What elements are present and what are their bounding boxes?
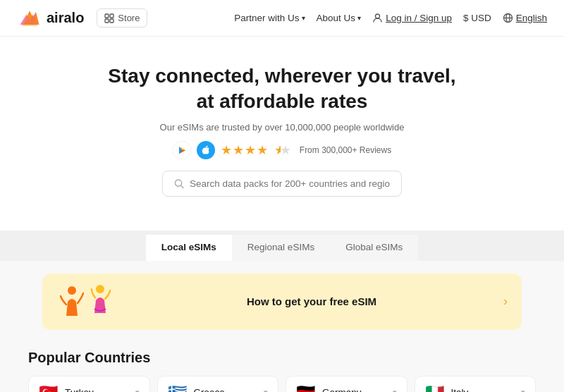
country-name: Germany xyxy=(322,387,362,392)
google-play-icon xyxy=(173,141,191,159)
countries-grid: 🇹🇷 Turkey ▾ 🇬🇷 Greece ▾ 🇩🇪 Germany ▾ 🇮🇹 … xyxy=(28,376,536,392)
promo-text: How to get your free eSIM xyxy=(120,295,503,307)
country-name: Turkey xyxy=(65,387,94,392)
country-card[interactable]: 🇹🇷 Turkey ▾ xyxy=(28,376,150,392)
empty-star-icon: ★ xyxy=(280,142,291,158)
logo-icon xyxy=(17,6,42,31)
star-rating: ★★★★ xyxy=(221,142,269,158)
chevron-down-icon: ▾ xyxy=(393,388,397,392)
store-icon xyxy=(104,13,114,23)
svg-rect-2 xyxy=(105,19,109,23)
country-left: 🇮🇹 Italy xyxy=(425,385,469,392)
tabs-wrapper: Local eSIMs Regional eSIMs Global eSIMs xyxy=(0,231,564,261)
chevron-down-icon: ▾ xyxy=(135,388,140,392)
svg-point-15 xyxy=(68,286,76,295)
about-label: About Us xyxy=(317,13,356,23)
svg-point-4 xyxy=(376,14,380,18)
nav-right: Partner with Us ▾ About Us ▾ Log in / Si… xyxy=(234,13,547,23)
navbar: airalo Store Partner with Us ▾ About Us … xyxy=(0,0,564,37)
language-label: English xyxy=(516,13,547,23)
login-button[interactable]: Log in / Sign up xyxy=(372,13,452,23)
currency-button[interactable]: $ USD xyxy=(463,13,491,23)
search-container xyxy=(14,171,550,197)
user-icon xyxy=(372,13,383,23)
hero-headline: Stay connected, wherever you travel, at … xyxy=(14,63,550,115)
promo-people-svg xyxy=(56,282,120,321)
svg-rect-3 xyxy=(110,19,114,23)
tab-global-esims[interactable]: Global eSIMs xyxy=(330,235,418,261)
search-box[interactable] xyxy=(162,171,402,197)
app-badges: ★★★★ ★ ★ From 300,000+ Reviews xyxy=(14,141,550,159)
svg-rect-1 xyxy=(110,14,114,18)
promo-section: How to get your free eSIM › xyxy=(0,261,564,337)
popular-countries-section: Popular Countries 🇹🇷 Turkey ▾ 🇬🇷 Greece … xyxy=(0,337,564,392)
tab-local-esims[interactable]: Local eSIMs xyxy=(146,235,232,261)
store-button[interactable]: Store xyxy=(97,8,147,27)
language-button[interactable]: English xyxy=(503,13,547,23)
login-label: Log in / Sign up xyxy=(386,13,452,23)
promo-banner[interactable]: How to get your free eSIM › xyxy=(42,274,522,330)
country-left: 🇹🇷 Turkey xyxy=(39,385,94,392)
about-link[interactable]: About Us ▾ xyxy=(317,13,362,23)
country-card[interactable]: 🇬🇷 Greece ▾ xyxy=(157,376,279,392)
logo[interactable]: airalo xyxy=(17,6,84,31)
svg-line-14 xyxy=(181,185,183,188)
svg-rect-0 xyxy=(105,14,109,18)
search-icon xyxy=(174,178,184,189)
chevron-down-icon: ▾ xyxy=(302,14,305,22)
partner-label: Partner with Us xyxy=(234,13,299,23)
tab-regional-esims[interactable]: Regional eSIMs xyxy=(232,235,330,261)
promo-illustration xyxy=(56,282,120,321)
chevron-down-icon: ▾ xyxy=(264,388,268,392)
headline-line1: Stay connected, wherever you travel, xyxy=(108,65,455,87)
chevron-down-icon: ▾ xyxy=(357,14,361,22)
country-flag: 🇮🇹 xyxy=(425,385,444,392)
app-store-icon xyxy=(197,141,215,159)
promo-chevron-icon: › xyxy=(503,294,508,309)
country-left: 🇩🇪 Germany xyxy=(296,385,362,392)
hero-subtext: Our eSIMs are trusted by over 10,000,000… xyxy=(14,122,550,133)
country-left: 🇬🇷 Greece xyxy=(168,385,225,392)
country-name: Greece xyxy=(194,387,225,392)
svg-point-16 xyxy=(96,285,104,293)
chevron-down-icon: ▾ xyxy=(521,388,525,392)
country-flag: 🇹🇷 xyxy=(39,385,58,392)
partner-link[interactable]: Partner with Us ▾ xyxy=(234,13,305,23)
country-name: Italy xyxy=(451,387,469,392)
hero-section: Stay connected, wherever you travel, at … xyxy=(0,37,564,231)
search-input[interactable] xyxy=(190,178,390,189)
headline-line2: at affordable rates xyxy=(197,90,368,112)
country-flag: 🇩🇪 xyxy=(296,385,315,392)
globe-icon xyxy=(503,13,513,23)
store-label: Store xyxy=(118,13,140,23)
nav-left: airalo Store xyxy=(17,6,147,31)
logo-text: airalo xyxy=(47,10,84,26)
country-card[interactable]: 🇩🇪 Germany ▾ xyxy=(286,376,407,392)
country-card[interactable]: 🇮🇹 Italy ▾ xyxy=(415,376,537,392)
reviews-text: From 300,000+ Reviews xyxy=(300,145,391,155)
country-flag: 🇬🇷 xyxy=(168,385,187,392)
section-title: Popular Countries xyxy=(28,350,536,366)
half-star-icon: ★ xyxy=(274,142,281,158)
